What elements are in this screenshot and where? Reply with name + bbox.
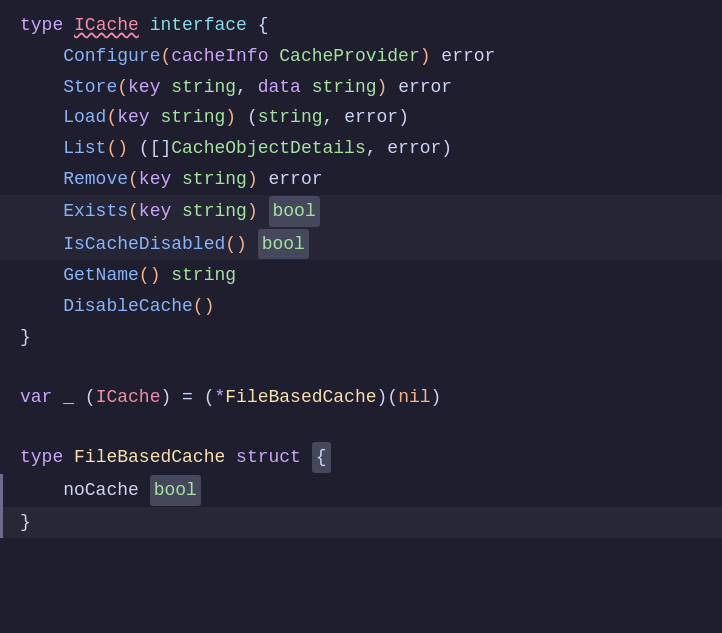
code-line: IsCacheDisabled() bool xyxy=(0,228,722,261)
code-line: Exists(key string) bool xyxy=(0,195,722,228)
code-line: Remove(key string) error xyxy=(0,164,722,195)
code-line xyxy=(0,412,722,441)
code-line: Configure(cacheInfo CacheProvider) error xyxy=(0,41,722,72)
code-line: DisableCache() xyxy=(0,291,722,322)
code-editor: type ICache interface { Configure(cacheI… xyxy=(0,0,722,633)
code-line xyxy=(0,353,722,382)
code-line: Store(key string, data string) error xyxy=(0,72,722,103)
code-line: Load(key string) (string, error) xyxy=(0,102,722,133)
code-line: GetName() string xyxy=(0,260,722,291)
code-line: List() ([]CacheObjectDetails, error) xyxy=(0,133,722,164)
code-line: var _ (ICache) = (*FileBasedCache)(nil) xyxy=(0,382,722,413)
code-line: } xyxy=(0,507,722,538)
code-line: type ICache interface { xyxy=(0,10,722,41)
code-line: } xyxy=(0,322,722,353)
code-line: type FileBasedCache struct { xyxy=(0,441,722,474)
code-line: noCache bool xyxy=(0,474,722,507)
